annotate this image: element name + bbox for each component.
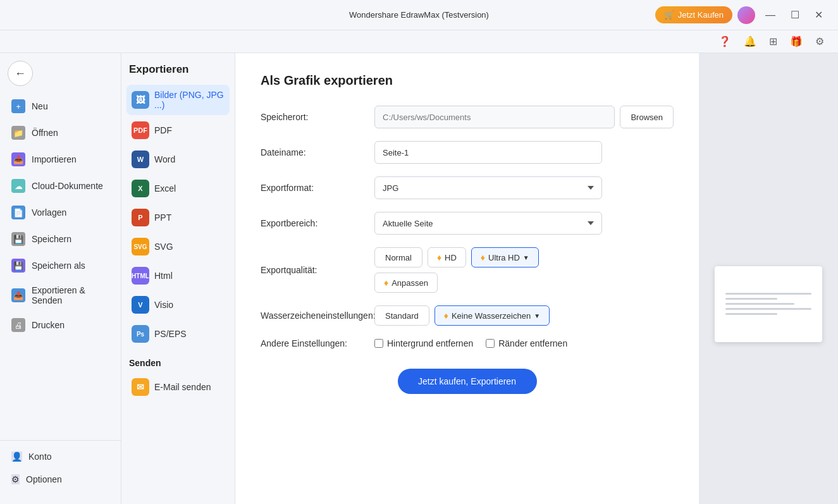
border-remove-checkbox[interactable]	[486, 339, 495, 348]
community-button[interactable]: ⊞	[765, 33, 781, 50]
importieren-icon: 📥	[11, 152, 25, 166]
sidebar-item-optionen[interactable]: ⚙ Optionen	[5, 469, 116, 490]
export-item-html[interactable]: HTML Html	[126, 262, 230, 290]
quality-ultrahd-button[interactable]: ♦ Ultra HD ▼	[471, 247, 539, 267]
help-button[interactable]: ❓	[715, 33, 735, 50]
wasserzeichen-control: Standard ♦ Keine Wasserzeichen ▼	[374, 305, 674, 326]
sidebar-item-vorlagen[interactable]: 📄 Vorlagen	[5, 200, 116, 225]
maximize-button[interactable]: ☐	[786, 6, 804, 23]
notifications-button[interactable]: 🔔	[740, 33, 760, 50]
sidebar-item-label-speichern-als: Speichern als	[32, 261, 85, 271]
excel-icon: X	[132, 180, 149, 197]
export-item-word[interactable]: W Word	[126, 145, 230, 173]
close-button[interactable]: ✕	[810, 6, 828, 23]
speicherort-input[interactable]	[374, 106, 615, 128]
sidebar-item-offnen[interactable]: 📁 Öffnen	[5, 120, 116, 145]
preview-line-3	[725, 303, 794, 305]
dateiname-label: Dateiname:	[261, 147, 374, 157]
quality-anpassen-label: Anpassen	[391, 278, 428, 288]
exportformat-control: JPG PNG BMP GIF TIFF SVG	[374, 176, 674, 199]
sidebar-item-neu[interactable]: + Neu	[5, 94, 116, 119]
minimize-button[interactable]: —	[760, 7, 780, 23]
bg-remove-item[interactable]: Hintergrund entfernen	[374, 338, 473, 348]
bg-remove-checkbox[interactable]	[374, 339, 383, 348]
exportqualitaet-control: Normal ♦ HD ♦ Ultra HD ▼ ♦	[374, 247, 674, 293]
konto-icon: 👤	[11, 452, 22, 462]
andere-label: Andere Einstellungen:	[261, 338, 374, 348]
export-item-label-ps: PS/EPS	[154, 329, 187, 339]
andere-control: Hintergrund entfernen Ränder entfernen	[374, 338, 674, 348]
exportbereich-select[interactable]: Aktuelle Seite Alle Seiten Auswahl	[374, 212, 602, 235]
preview-line-2	[725, 298, 777, 300]
sidebar-bottom: 👤 Konto ⚙ Optionen	[0, 440, 121, 496]
neu-icon: +	[11, 99, 25, 113]
gift-button[interactable]: 🎁	[786, 33, 806, 50]
offnen-icon: 📁	[11, 126, 25, 140]
exportformat-select[interactable]: JPG PNG BMP GIF TIFF SVG	[374, 176, 602, 199]
settings-button[interactable]: ⚙	[811, 33, 828, 50]
export-item-label-bilder: Bilder (PNG, JPG ...)	[154, 90, 225, 110]
export-item-visio[interactable]: V Visio	[126, 291, 230, 319]
app-title: Wondershare EdrawMax (Testversion)	[349, 10, 489, 20]
sidebar-item-konto[interactable]: 👤 Konto	[5, 446, 116, 467]
watermark-chevron-icon: ▼	[534, 312, 540, 319]
form-title: Als Grafik exportieren	[261, 73, 674, 88]
sidebar-item-drucken[interactable]: 🖨 Drucken	[5, 312, 116, 338]
ps-icon: Ps	[132, 325, 149, 343]
export-panel: Exportieren 🖼 Bilder (PNG, JPG ...) PDF …	[121, 53, 235, 504]
dateiname-input[interactable]	[374, 141, 602, 164]
export-item-ps[interactable]: Ps PS/EPS	[126, 320, 230, 348]
quality-anpassen-button[interactable]: ♦ Anpassen	[374, 273, 438, 293]
export-item-label-pdf: PDF	[154, 125, 172, 135]
export-panel-title: Exportieren	[126, 63, 230, 76]
send-section-title: Senden	[129, 358, 230, 368]
export-item-svg[interactable]: SVG SVG	[126, 233, 230, 261]
watermark-none-button[interactable]: ♦ Keine Wasserzeichen ▼	[434, 305, 550, 326]
exportbereich-row: Exportbereich: Aktuelle Seite Alle Seite…	[261, 212, 674, 235]
svg-icon: SVG	[132, 238, 149, 255]
sidebar-item-cloud[interactable]: ☁ Cloud-Dokumente	[5, 173, 116, 199]
sidebar-item-label-importieren: Importieren	[32, 154, 77, 164]
sidebar-item-label-vorlagen: Vorlagen	[32, 207, 66, 218]
sidebar-item-importieren[interactable]: 📥 Importieren	[5, 147, 116, 172]
exportbereich-label: Exportbereich:	[261, 218, 374, 228]
quality-ultrahd-label: Ultra HD	[488, 253, 520, 262]
wasserzeichen-label: Wasserzeicheneinstellungen:	[261, 310, 374, 321]
exportieren-icon: 📤	[11, 288, 25, 302]
sidebar-menu: + Neu 📁 Öffnen 📥 Importieren ☁ Cloud-Dok…	[0, 94, 121, 440]
visio-icon: V	[132, 296, 149, 314]
quality-row: Normal ♦ HD ♦ Ultra HD ▼	[374, 247, 539, 267]
toolbar: ❓ 🔔 ⊞ 🎁 ⚙	[0, 30, 838, 53]
sidebar-item-label-cloud: Cloud-Dokumente	[32, 181, 103, 191]
export-item-email[interactable]: ✉ E-Mail senden	[126, 373, 230, 401]
export-item-excel[interactable]: X Excel	[126, 175, 230, 202]
sidebar-item-exportieren[interactable]: 📤 Exportieren & Senden	[5, 280, 116, 311]
sidebar-item-speichern[interactable]: 💾 Speichern	[5, 226, 116, 252]
titlebar: Wondershare EdrawMax (Testversion) 🛒 Jet…	[0, 0, 838, 30]
export-item-pdf[interactable]: PDF PDF	[126, 116, 230, 144]
border-remove-item[interactable]: Ränder entfernen	[486, 338, 567, 348]
export-item-label-email: E-Mail senden	[154, 382, 211, 392]
sidebar-item-speichern-als[interactable]: 💾 Speichern als	[5, 253, 116, 278]
watermark-standard-button[interactable]: Standard	[374, 305, 429, 326]
back-button[interactable]: ←	[8, 61, 33, 86]
optionen-icon: ⚙	[11, 474, 20, 484]
quality-hd-label: HD	[445, 253, 457, 262]
export-item-label-ppt: PPT	[154, 212, 171, 223]
speicherort-control: Browsen	[374, 106, 674, 128]
sidebar-item-label-speichern: Speichern	[32, 234, 71, 244]
browse-button[interactable]: Browsen	[620, 106, 674, 128]
export-item-bilder[interactable]: 🖼 Bilder (PNG, JPG ...)	[126, 85, 230, 115]
sidebar-item-label-optionen: Optionen	[26, 474, 62, 484]
drucken-icon: 🖨	[11, 318, 25, 332]
watermark-diamond-icon: ♦	[444, 310, 448, 321]
quality-normal-button[interactable]: Normal	[374, 247, 422, 267]
export-item-ppt[interactable]: P PPT	[126, 204, 230, 231]
buy-button[interactable]: 🛒 Jetzt Kaufen	[655, 6, 732, 23]
export-button[interactable]: Jetzt kaufen, Exportieren	[398, 369, 537, 394]
sidebar-item-label-drucken: Drucken	[32, 320, 65, 330]
checkbox-row: Hintergrund entfernen Ränder entfernen	[374, 338, 567, 348]
bg-remove-label: Hintergrund entfernen	[387, 338, 473, 348]
avatar[interactable]	[737, 6, 755, 24]
quality-hd-button[interactable]: ♦ HD	[428, 247, 466, 267]
